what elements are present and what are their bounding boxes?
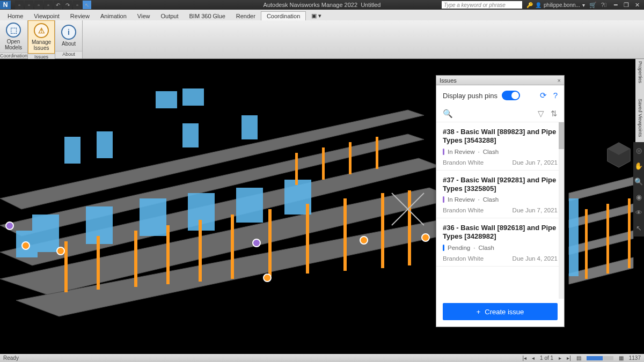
tab-animation[interactable]: Animation — [95, 12, 132, 20]
svg-rect-10 — [182, 88, 204, 106]
issue-item[interactable]: #38 - Basic Wall [889823] and Pipe Types… — [436, 122, 564, 171]
svg-rect-11 — [64, 137, 80, 164]
search-icon[interactable]: 🔍 — [443, 109, 453, 119]
open-models-button[interactable]: ⬚ Open Models — [0, 20, 27, 53]
manage-issues-button[interactable]: ⚠ Manage Issues — [28, 20, 55, 54]
svg-rect-12 — [97, 131, 113, 158]
issue-type: Clash — [483, 196, 499, 203]
issue-status: In Review — [448, 149, 475, 155]
side-tab-properties[interactable]: Properties — [635, 59, 644, 97]
walk-icon[interactable]: ◉ — [636, 193, 642, 201]
close-icon[interactable]: × — [558, 77, 561, 84]
tab-bim360glue[interactable]: BIM 360 Glue — [184, 12, 231, 20]
restore-button[interactable]: ❐ — [621, 1, 631, 9]
ribbon-tabs: Home Viewpoint Review Animation View Out… — [0, 10, 644, 20]
display-pushpins-toggle[interactable] — [502, 91, 520, 100]
viewcube[interactable] — [603, 139, 634, 171]
status-indicator-icon — [443, 196, 444, 203]
tab-output[interactable]: Output — [156, 12, 184, 20]
tab-more-icon[interactable]: ▣ ▾ — [306, 11, 327, 20]
qat-open-icon[interactable]: ▫ — [25, 1, 33, 9]
svg-rect-37 — [376, 137, 378, 169]
svg-rect-14 — [241, 115, 258, 139]
issue-type: Clash — [478, 245, 494, 251]
qat-print-icon[interactable]: ▫ — [44, 1, 53, 9]
svg-rect-25 — [134, 231, 137, 287]
tab-coordination[interactable]: Coordination — [261, 11, 306, 20]
svg-rect-38 — [585, 209, 588, 279]
nav-first-icon[interactable]: |◂ — [523, 355, 527, 361]
about-button[interactable]: i About — [55, 20, 82, 51]
tab-review[interactable]: Review — [65, 12, 95, 20]
qat-undo-icon[interactable]: ↶ — [54, 1, 62, 9]
svg-rect-33 — [408, 190, 411, 265]
pane-layout-icon[interactable]: ▤ — [576, 355, 581, 361]
tab-home[interactable]: Home — [2, 12, 28, 20]
issue-assignee: Brandon White — [443, 255, 484, 262]
user-menu[interactable]: 🔑 👤 philippe.bonn...▾ — [526, 2, 585, 8]
issue-due: Due Jun 7, 2021 — [513, 207, 558, 213]
pushpin-icon[interactable] — [263, 274, 272, 282]
nav-last-icon[interactable]: ▸| — [567, 355, 571, 361]
issues-panel-header[interactable]: Issues × — [436, 76, 564, 85]
pushpin-icon[interactable] — [360, 236, 368, 245]
zoom-icon[interactable]: 🔍 — [634, 178, 643, 186]
close-button[interactable]: ✕ — [632, 1, 642, 9]
qat-new-icon[interactable]: ▫ — [15, 1, 24, 9]
scrollbar[interactable] — [559, 122, 564, 299]
issue-title: #37 - Basic Wall [929281] and Pipe Types… — [443, 176, 558, 194]
window-title: Autodesk Navisworks Manage 2022 Untitled — [264, 2, 381, 8]
pushpin-icon[interactable] — [56, 247, 65, 255]
ribbon-panel-about: i About About — [55, 20, 83, 58]
orbit-icon[interactable]: ◎ — [636, 146, 642, 154]
user-icon: 👤 — [535, 2, 541, 8]
issue-item[interactable]: #37 - Basic Wall [929281] and Pipe Types… — [436, 171, 564, 219]
perf-icon[interactable]: ▦ — [619, 355, 624, 361]
exchange-icon[interactable]: 🛒 — [589, 2, 597, 9]
sort-icon[interactable]: ⇅ — [551, 109, 558, 119]
pushpin-icon[interactable] — [421, 233, 430, 242]
filter-icon[interactable]: ▽ — [538, 109, 544, 119]
svg-rect-30 — [306, 204, 309, 274]
search-input[interactable]: Type a keyword or phrase — [442, 1, 522, 9]
create-issue-button[interactable]: + Create issue — [443, 303, 558, 320]
issue-title: #38 - Basic Wall [889823] and Pipe Types… — [443, 128, 558, 145]
tab-view[interactable]: View — [132, 12, 156, 20]
qat-save-icon[interactable]: ▫ — [34, 1, 43, 9]
svg-rect-31 — [343, 198, 347, 271]
status-indicator-icon — [443, 149, 444, 155]
help-icon[interactable]: ?⃝ — [601, 2, 606, 8]
pushpin-icon[interactable] — [5, 221, 14, 230]
issue-due: Due Jun 4, 2021 — [513, 255, 558, 262]
ribbon-panel-issues: ⚠ Manage Issues Issues — [28, 20, 55, 58]
look-icon[interactable]: 👁 — [635, 209, 642, 217]
memory-bar — [587, 356, 613, 360]
svg-rect-27 — [199, 220, 202, 282]
qat-cursor-icon[interactable]: ↖ — [83, 1, 91, 9]
refresh-icon[interactable]: ⟳ — [540, 91, 547, 100]
issue-list: #38 - Basic Wall [889823] and Pipe Types… — [436, 122, 564, 299]
nav-next-icon[interactable]: ▸ — [559, 355, 561, 361]
svg-rect-35 — [322, 147, 325, 180]
navigation-toolbar: ◎ ✋ 🔍 ◉ 👁 ↖ — [633, 142, 644, 237]
select-icon[interactable]: ↖ — [636, 224, 642, 232]
qat-select-icon[interactable]: ▫ — [73, 1, 82, 9]
manage-issues-icon: ⚠ — [34, 23, 49, 38]
minimize-button[interactable]: ━ — [611, 1, 620, 9]
pushpin-icon[interactable] — [252, 239, 261, 247]
nav-prev-icon[interactable]: ◂ — [532, 355, 535, 361]
svg-rect-40 — [628, 198, 631, 268]
svg-rect-17 — [140, 198, 166, 236]
svg-rect-29 — [268, 209, 272, 276]
tab-render[interactable]: Render — [231, 12, 261, 20]
tab-viewpoint[interactable]: Viewpoint — [28, 12, 65, 20]
pan-icon[interactable]: ✋ — [634, 162, 643, 170]
svg-rect-24 — [97, 236, 100, 290]
issue-status: Pending — [448, 245, 470, 251]
help-icon[interactable]: ? — [553, 91, 558, 100]
display-pushpins-label: Display push pins — [443, 92, 497, 100]
qat-redo-icon[interactable]: ↷ — [63, 1, 72, 9]
issue-item[interactable]: #36 - Basic Wall [892618] and Pipe Types… — [436, 218, 564, 267]
pushpin-icon[interactable] — [21, 241, 30, 250]
svg-rect-19 — [236, 188, 263, 223]
